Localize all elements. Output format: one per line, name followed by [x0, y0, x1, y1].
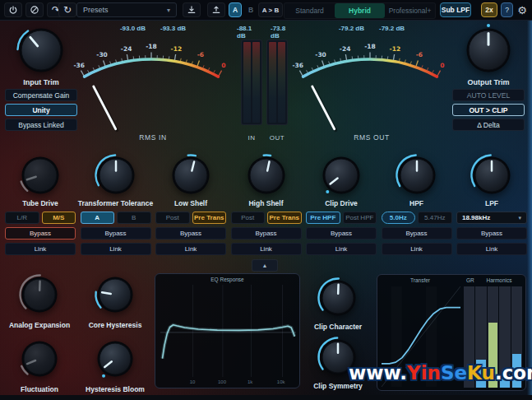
link-lpf[interactable]: Link — [456, 243, 527, 255]
harmonics-title: Harmonics — [476, 277, 522, 283]
link-clip-drive[interactable]: Link — [306, 243, 377, 255]
bypass-low-shelf[interactable]: Bypass — [155, 227, 226, 240]
unity-button[interactable]: Unity — [5, 104, 77, 116]
bypass-transformer-tolerance[interactable]: Bypass — [81, 227, 151, 240]
high-shelf-knob[interactable] — [244, 153, 289, 198]
power-button[interactable] — [4, 2, 22, 17]
vu-tick-label: -12 — [390, 45, 401, 53]
hpf-knob[interactable] — [395, 153, 439, 198]
settings-button[interactable]: ⚙ — [516, 2, 529, 17]
channel-label: Tube Drive — [22, 199, 58, 207]
bypass-lpf[interactable]: Bypass — [456, 227, 527, 240]
analog-expansion-knob[interactable] — [18, 273, 61, 316]
out-bar-label: OUT — [263, 134, 291, 142]
freq-tick-label: 1k — [247, 379, 252, 384]
fluctuation-knob[interactable] — [18, 337, 61, 380]
core-hysteresis-knob[interactable] — [94, 273, 136, 316]
toggle-pre-trans[interactable]: Pre Trans — [192, 212, 227, 224]
ab-slot-b-button[interactable]: B — [244, 2, 257, 17]
link-low-shelf[interactable]: Link — [155, 243, 226, 255]
tab-hybrid[interactable]: Hybrid — [335, 3, 385, 18]
out-to-clip-button[interactable]: OUT > CLIP — [452, 104, 525, 116]
vu-tick-label: -12 — [171, 45, 183, 53]
channel-label: Low Shelf — [174, 199, 207, 207]
low-shelf-knob[interactable] — [169, 153, 213, 198]
io-readings: -88.1 dB -73.8 dB — [237, 25, 296, 40]
toggle-post-hpf[interactable]: Post HPF — [343, 212, 377, 224]
collapse-panel-button[interactable]: ▲ — [252, 259, 278, 272]
toggle-pre-trans[interactable]: Pre Trans — [267, 212, 302, 224]
bypass-clip-drive[interactable]: Bypass — [306, 227, 377, 240]
tube-drive-toggle: L/RM/S — [5, 212, 76, 224]
clip-symmetry-knob[interactable] — [317, 336, 359, 379]
output-trim-knob[interactable] — [463, 25, 514, 76]
texture-knob-cell: Fluctuation — [2, 333, 77, 397]
freq-tick-label: 100 — [218, 379, 226, 384]
channel-transformer-tolerance: Transformer ToleranceABBypassLink — [80, 153, 152, 262]
toggle-a[interactable]: A — [81, 212, 115, 224]
out-level-bar — [266, 40, 288, 125]
channel-lpf: LPF18.98kHz▾BypassLink — [456, 153, 528, 262]
lpf-frequency-dropdown[interactable]: 18.98kHz▾ — [456, 212, 527, 224]
clip-character-knob[interactable] — [317, 277, 359, 319]
toggle-post[interactable]: Post — [231, 212, 266, 224]
presets-dropdown[interactable]: Presets ▾ — [76, 2, 177, 17]
tab-professional[interactable]: Professional+ — [385, 3, 435, 18]
link-high-shelf[interactable]: Link — [231, 243, 302, 255]
help-button[interactable]: ? — [501, 2, 513, 17]
link-tube-drive[interactable]: Link — [5, 243, 76, 255]
harmonic-bar — [488, 323, 497, 388]
input-section: Input Trim Compensate Gain Unity Bypass … — [3, 25, 79, 131]
high-shelf-toggle: PostPre Trans — [231, 212, 302, 224]
hysteresis-bloom-knob[interactable] — [94, 337, 136, 380]
bypass-tube-drive[interactable]: Bypass — [5, 227, 76, 240]
bypass-high-shelf[interactable]: Bypass — [231, 227, 302, 240]
transfer-title: Transfer — [381, 277, 460, 283]
channel-tube-drive: Tube DriveL/RM/SBypassLink — [4, 153, 76, 262]
compensate-gain-button[interactable]: Compensate Gain — [5, 89, 77, 101]
sub-lpf-button[interactable]: Sub LPF — [440, 2, 471, 17]
link-transformer-tolerance[interactable]: Link — [81, 243, 151, 255]
ab-copy-button[interactable]: A > B — [258, 2, 283, 17]
save-preset-button[interactable] — [183, 2, 201, 17]
toggle-post[interactable]: Post — [155, 212, 190, 224]
oversampling-button[interactable]: 2x — [481, 2, 497, 17]
tab-standard[interactable]: Standard — [285, 3, 335, 18]
auto-level-button[interactable]: AUTO LEVEL — [452, 89, 525, 101]
gr-title: GR — [466, 277, 474, 283]
toggle-b[interactable]: B — [117, 212, 151, 224]
clip-knobs: Clip CharacterClip Symmetry — [303, 270, 373, 390]
rms-out-title: RMS OUT — [298, 133, 446, 142]
harmonic-column-h2 — [475, 286, 486, 388]
toggle-l-r[interactable]: L/R — [5, 212, 39, 224]
bypass-linked-button[interactable]: Bypass Linked — [5, 119, 77, 131]
rms-in-meter: -93.0 dB -93.3 dB -36-30-24-18-12-60 RMS… — [79, 21, 227, 151]
bypass-hpf[interactable]: Bypass — [382, 227, 452, 240]
ab-slot-a-button[interactable]: A — [229, 2, 242, 17]
transformer-tolerance-knob[interactable] — [94, 153, 138, 198]
toggle-pre-hpf[interactable]: Pre HPF — [306, 212, 340, 224]
toggle-5-47hz[interactable]: 5.47Hz — [418, 212, 452, 224]
rms-out-reading-right: -79.2 dB — [379, 25, 405, 32]
rms-in-readings: -93.0 dB -93.3 dB — [79, 25, 227, 32]
link-hpf[interactable]: Link — [382, 243, 452, 255]
transformer-tolerance-toggle: AB — [81, 212, 151, 224]
redo-button[interactable]: ↻ — [58, 2, 76, 17]
input-trim-knob[interactable] — [16, 25, 67, 76]
harmonic-bar — [476, 360, 485, 388]
delta-button[interactable]: Δ Delta — [452, 119, 525, 131]
vu-tick-label: -6 — [197, 51, 204, 58]
knob-label: Hysteresis Bloom — [86, 385, 145, 393]
lpf-knob[interactable] — [470, 153, 514, 198]
toggle-m-s[interactable]: M/S — [42, 212, 76, 224]
vu-tick-label: -36 — [73, 62, 85, 69]
in-bar-label: IN — [238, 134, 266, 142]
load-preset-button[interactable] — [207, 2, 225, 17]
toggle-5-0hz[interactable]: 5.0Hz — [382, 212, 416, 224]
output-section: Output Trim AUTO LEVEL OUT > CLIP Δ Delt… — [451, 25, 526, 131]
cancel-button[interactable] — [25, 2, 44, 17]
tube-drive-knob[interactable] — [18, 153, 62, 198]
vu-tick-label: 0 — [440, 62, 444, 69]
clip-drive-knob[interactable] — [319, 153, 363, 198]
in-level-bar — [241, 40, 262, 125]
